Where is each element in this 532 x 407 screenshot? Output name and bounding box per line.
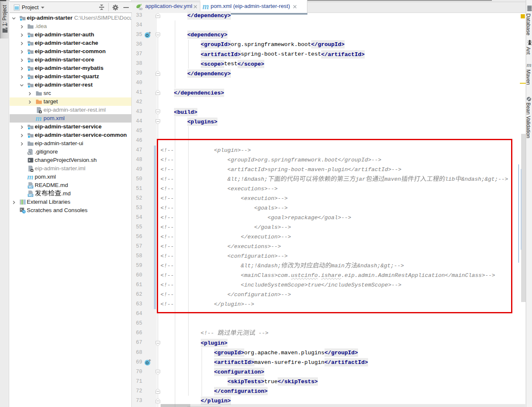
svg-text:MD: MD (28, 185, 33, 188)
svg-text:MD: MD (28, 194, 33, 197)
